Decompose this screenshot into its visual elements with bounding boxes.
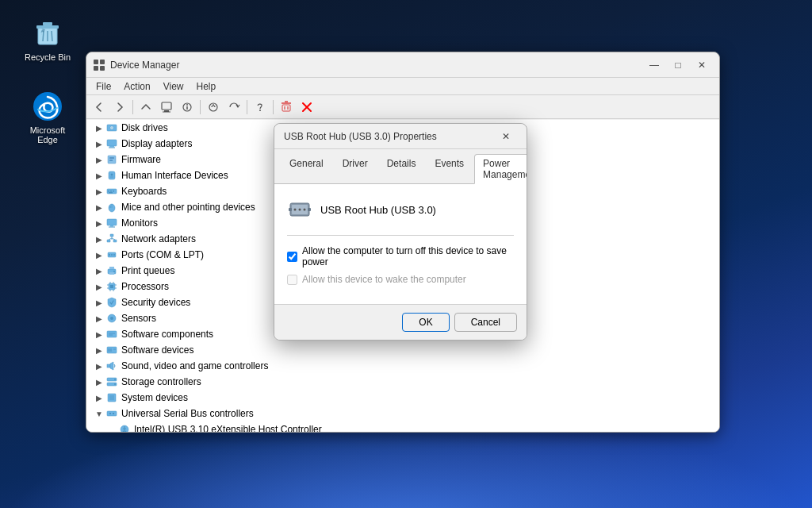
svg-rect-50	[110, 234, 113, 237]
tab-general[interactable]: General	[281, 154, 332, 183]
label-sound: Sound, video and game controllers	[121, 360, 268, 371]
svg-rect-62	[109, 272, 114, 275]
checkbox-save-power[interactable]	[287, 252, 297, 262]
expand-display[interactable]: ▶	[93, 137, 105, 150]
expand-ports[interactable]: ▶	[93, 248, 105, 261]
svg-point-146	[294, 209, 297, 211]
svg-rect-20	[282, 105, 290, 111]
tab-bar: General Driver Details Events Power Mana…	[274, 149, 527, 184]
cancel-button[interactable]: Cancel	[454, 313, 517, 332]
menu-help[interactable]: Help	[190, 79, 223, 94]
svg-rect-88	[109, 395, 114, 400]
label-hid: Human Interface Devices	[121, 170, 228, 181]
desktop-icon-edge[interactable]: MicrosoftEdge	[16, 87, 79, 148]
tree-item-swdev[interactable]: ▶ Software devices	[86, 342, 719, 358]
tree-item-intel310[interactable]: Intel(R) USB 3.10 eXtensible Host Contro…	[86, 421, 719, 432]
tree-item-usb-controllers[interactable]: ▼ Universal Serial Bus controllers	[86, 406, 719, 421]
icon-hid	[105, 169, 118, 182]
label-disk: Disk drives	[121, 122, 168, 133]
help-button[interactable]	[251, 98, 270, 117]
tree-item-system[interactable]: ▶ System devices	[86, 390, 719, 406]
expand-usb[interactable]: ▼	[93, 407, 105, 420]
svg-rect-11	[162, 102, 171, 110]
icon-monitors	[105, 217, 118, 229]
svg-rect-41	[110, 190, 112, 192]
expand-network[interactable]: ▶	[93, 233, 105, 245]
tab-driver[interactable]: Driver	[334, 154, 377, 183]
expand-security[interactable]: ▶	[93, 296, 105, 309]
icon-processors	[105, 280, 118, 293]
tab-details[interactable]: Details	[378, 154, 425, 183]
checkbox-save-power-label[interactable]: Allow the computer to turn off this devi…	[302, 245, 514, 267]
desktop-icon-recycle-bin[interactable]: Recycle Bin	[16, 14, 79, 65]
expand-sound[interactable]: ▶	[93, 360, 105, 372]
expand-storage[interactable]: ▶	[93, 375, 105, 388]
minimize-button[interactable]: —	[643, 56, 665, 74]
toolbar-sep-1	[132, 100, 133, 114]
svg-rect-89	[107, 411, 117, 416]
computer-button[interactable]	[157, 98, 176, 117]
expand-disk[interactable]: ▶	[93, 121, 105, 134]
svg-rect-47	[107, 219, 117, 225]
uninstall-button[interactable]	[277, 98, 296, 117]
label-storage: Storage controllers	[121, 376, 201, 387]
label-system: System devices	[121, 392, 188, 403]
svg-rect-34	[109, 157, 114, 159]
svg-rect-7	[94, 60, 98, 64]
svg-rect-10	[100, 66, 105, 71]
expand-swcomp[interactable]: ▶	[93, 328, 105, 341]
expand-system[interactable]: ▶	[93, 391, 105, 404]
icon-print	[105, 264, 118, 277]
ok-button[interactable]: OK	[402, 313, 449, 332]
icon-swcomp	[105, 328, 118, 341]
menu-view[interactable]: View	[157, 79, 190, 94]
tree-item-sound[interactable]: ▶ Sound, video and game controllers	[86, 358, 719, 374]
svg-point-147	[299, 209, 301, 211]
svg-point-29	[111, 127, 113, 129]
expand-mice[interactable]: ▶	[93, 201, 105, 214]
delete-button[interactable]	[297, 98, 316, 117]
tab-power-management[interactable]: Power Management	[474, 154, 527, 184]
expand-swdev[interactable]: ▶	[93, 344, 105, 356]
icon-storage	[105, 375, 118, 388]
icon-mice	[105, 201, 118, 214]
icon-disk	[105, 121, 118, 134]
tab-events[interactable]: Events	[426, 154, 473, 183]
svg-point-37	[111, 174, 113, 176]
menu-action[interactable]: Action	[117, 79, 156, 94]
expand-keyboard[interactable]: ▶	[93, 185, 105, 198]
checkbox-wake[interactable]	[287, 275, 297, 285]
label-mice: Mice and other pointing devices	[121, 202, 255, 213]
svg-rect-35	[109, 160, 113, 161]
tree-item-storage[interactable]: ▶ Storage controllers	[86, 374, 719, 390]
close-button[interactable]: ✕	[691, 56, 713, 74]
back-button[interactable]	[90, 98, 109, 117]
expand-firmware[interactable]: ▶	[93, 153, 105, 166]
maximize-button[interactable]: □	[667, 56, 689, 74]
expand-print[interactable]: ▶	[93, 264, 105, 277]
dialog-close-button[interactable]: ✕	[495, 128, 517, 145]
device-manager-title: Device Manager	[110, 60, 643, 71]
label-ports: Ports (COM & LPT)	[121, 249, 204, 260]
menu-bar: File Action View Help	[86, 78, 719, 95]
up-button[interactable]	[136, 98, 155, 117]
recycle-bin-icon	[32, 17, 63, 49]
properties-button[interactable]	[178, 98, 197, 117]
svg-point-19	[259, 110, 261, 111]
device-manager-icon	[93, 59, 105, 71]
expand-monitors[interactable]: ▶	[93, 217, 105, 229]
expand-processors[interactable]: ▶	[93, 280, 105, 293]
expand-hid[interactable]: ▶	[93, 169, 105, 182]
scan-button[interactable]	[204, 98, 223, 117]
refresh-button[interactable]	[224, 98, 243, 117]
forward-button[interactable]	[110, 98, 129, 117]
svg-line-55	[112, 238, 115, 240]
svg-rect-48	[110, 225, 113, 227]
svg-point-58	[111, 254, 113, 256]
icon-ports	[105, 248, 118, 261]
expand-sensors[interactable]: ▶	[93, 312, 105, 325]
menu-file[interactable]: File	[90, 79, 117, 94]
label-sensors: Sensors	[121, 313, 156, 324]
label-swdev: Software devices	[121, 344, 193, 356]
device-manager-titlebar: Device Manager — □ ✕	[86, 52, 719, 78]
